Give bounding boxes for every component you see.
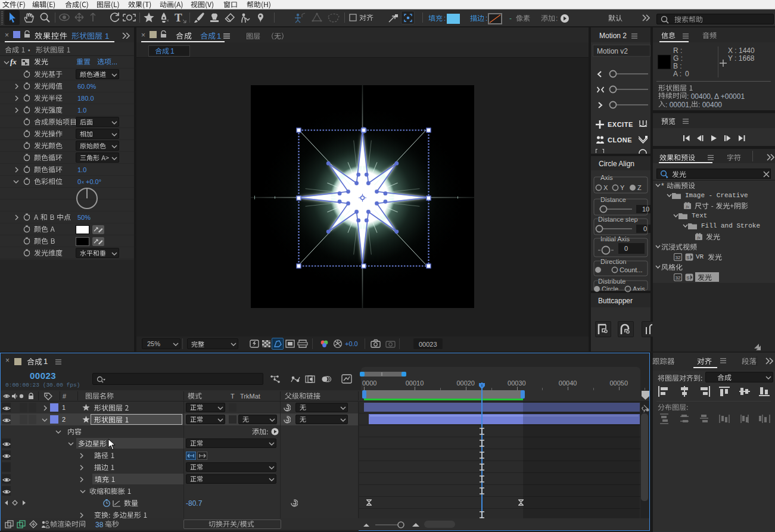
svg-text:S: S [686,255,689,260]
svg-text:fx: fx [686,204,689,209]
svg-text:fx: fx [697,235,701,240]
svg-text:S: S [686,275,689,281]
svg-text:32: 32 [676,255,681,260]
svg-text:32: 32 [676,275,681,281]
